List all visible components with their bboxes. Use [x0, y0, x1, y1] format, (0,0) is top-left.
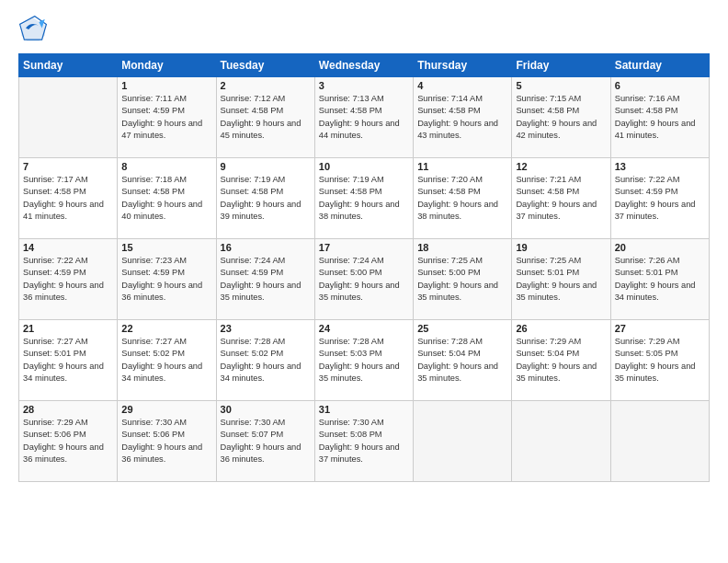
- day-cell: 21Sunrise: 7:27 AMSunset: 5:01 PMDayligh…: [19, 320, 118, 401]
- day-number: 16: [221, 242, 311, 253]
- day-number: 14: [23, 242, 113, 253]
- day-info: Sunrise: 7:19 AMSunset: 4:58 PMDaylight:…: [319, 174, 409, 224]
- day-number: 4: [417, 80, 507, 91]
- header-wednesday: Wednesday: [314, 54, 413, 77]
- day-number: 7: [23, 161, 113, 172]
- day-number: 3: [319, 80, 409, 91]
- day-cell: 6Sunrise: 7:16 AMSunset: 4:58 PMDaylight…: [610, 77, 709, 158]
- day-cell: 17Sunrise: 7:24 AMSunset: 5:00 PMDayligh…: [314, 239, 413, 320]
- day-info: Sunrise: 7:13 AMSunset: 4:58 PMDaylight:…: [319, 93, 409, 143]
- day-info: Sunrise: 7:25 AMSunset: 5:00 PMDaylight:…: [417, 255, 507, 304]
- day-number: 9: [221, 161, 311, 172]
- day-cell: [414, 401, 512, 482]
- day-number: 6: [615, 80, 705, 91]
- day-info: Sunrise: 7:21 AMSunset: 4:58 PMDaylight:…: [516, 174, 606, 224]
- day-cell: 13Sunrise: 7:22 AMSunset: 4:59 PMDayligh…: [610, 158, 709, 239]
- day-number: 26: [516, 323, 606, 334]
- day-info: Sunrise: 7:27 AMSunset: 5:02 PMDaylight:…: [121, 336, 211, 385]
- day-info: Sunrise: 7:19 AMSunset: 4:58 PMDaylight:…: [221, 174, 311, 224]
- day-number: 18: [417, 242, 507, 253]
- week-row-2: 7Sunrise: 7:17 AMSunset: 4:58 PMDaylight…: [19, 158, 710, 239]
- day-number: 17: [319, 242, 409, 253]
- day-number: 8: [121, 161, 211, 172]
- day-cell: 3Sunrise: 7:13 AMSunset: 4:58 PMDaylight…: [314, 77, 413, 158]
- day-info: Sunrise: 7:20 AMSunset: 4:58 PMDaylight:…: [417, 174, 507, 224]
- day-cell: 23Sunrise: 7:28 AMSunset: 5:02 PMDayligh…: [216, 320, 314, 401]
- week-row-3: 14Sunrise: 7:22 AMSunset: 4:59 PMDayligh…: [19, 239, 710, 320]
- day-cell: 26Sunrise: 7:29 AMSunset: 5:04 PMDayligh…: [512, 320, 610, 401]
- day-info: Sunrise: 7:15 AMSunset: 4:58 PMDaylight:…: [516, 93, 606, 143]
- day-number: 29: [121, 404, 211, 415]
- day-number: 22: [121, 323, 211, 334]
- day-cell: 1Sunrise: 7:11 AMSunset: 4:59 PMDaylight…: [118, 77, 216, 158]
- day-cell: 12Sunrise: 7:21 AMSunset: 4:58 PMDayligh…: [512, 158, 610, 239]
- day-cell: 30Sunrise: 7:30 AMSunset: 5:07 PMDayligh…: [216, 401, 314, 482]
- day-info: Sunrise: 7:18 AMSunset: 4:58 PMDaylight:…: [121, 174, 211, 224]
- day-cell: 4Sunrise: 7:14 AMSunset: 4:58 PMDaylight…: [414, 77, 512, 158]
- day-cell: 10Sunrise: 7:19 AMSunset: 4:58 PMDayligh…: [314, 158, 413, 239]
- day-info: Sunrise: 7:22 AMSunset: 4:59 PMDaylight:…: [23, 255, 113, 304]
- day-info: Sunrise: 7:30 AMSunset: 5:08 PMDaylight:…: [319, 417, 409, 466]
- day-number: 27: [615, 323, 705, 334]
- day-cell: 2Sunrise: 7:12 AMSunset: 4:58 PMDaylight…: [216, 77, 314, 158]
- day-number: 10: [319, 161, 409, 172]
- day-cell: 29Sunrise: 7:30 AMSunset: 5:06 PMDayligh…: [118, 401, 216, 482]
- day-cell: 15Sunrise: 7:23 AMSunset: 4:59 PMDayligh…: [118, 239, 216, 320]
- day-number: 2: [221, 80, 311, 91]
- day-number: 25: [417, 323, 507, 334]
- day-info: Sunrise: 7:27 AMSunset: 5:01 PMDaylight:…: [23, 336, 113, 385]
- day-cell: 25Sunrise: 7:28 AMSunset: 5:04 PMDayligh…: [414, 320, 512, 401]
- day-cell: 31Sunrise: 7:30 AMSunset: 5:08 PMDayligh…: [314, 401, 413, 482]
- day-number: 20: [615, 242, 705, 253]
- day-number: 13: [615, 161, 705, 172]
- day-cell: 9Sunrise: 7:19 AMSunset: 4:58 PMDaylight…: [216, 158, 314, 239]
- header-tuesday: Tuesday: [216, 54, 314, 77]
- header-friday: Friday: [512, 54, 610, 77]
- week-row-1: 1Sunrise: 7:11 AMSunset: 4:59 PMDaylight…: [19, 77, 710, 158]
- day-info: Sunrise: 7:29 AMSunset: 5:06 PMDaylight:…: [23, 417, 113, 466]
- header-sunday: Sunday: [19, 54, 118, 77]
- day-info: Sunrise: 7:17 AMSunset: 4:58 PMDaylight:…: [23, 174, 113, 224]
- day-info: Sunrise: 7:22 AMSunset: 4:59 PMDaylight:…: [615, 174, 705, 224]
- day-cell: 19Sunrise: 7:25 AMSunset: 5:01 PMDayligh…: [512, 239, 610, 320]
- logo-icon: [18, 15, 48, 44]
- header-thursday: Thursday: [414, 54, 512, 77]
- day-info: Sunrise: 7:28 AMSunset: 5:04 PMDaylight:…: [417, 336, 507, 385]
- day-info: Sunrise: 7:14 AMSunset: 4:58 PMDaylight:…: [417, 93, 507, 143]
- page: SundayMondayTuesdayWednesdayThursdayFrid…: [0, 0, 728, 563]
- day-cell: 22Sunrise: 7:27 AMSunset: 5:02 PMDayligh…: [118, 320, 216, 401]
- week-row-4: 21Sunrise: 7:27 AMSunset: 5:01 PMDayligh…: [19, 320, 710, 401]
- day-info: Sunrise: 7:25 AMSunset: 5:01 PMDaylight:…: [516, 255, 606, 304]
- day-number: 21: [23, 323, 113, 334]
- week-row-5: 28Sunrise: 7:29 AMSunset: 5:06 PMDayligh…: [19, 401, 710, 482]
- calendar-table: SundayMondayTuesdayWednesdayThursdayFrid…: [18, 53, 710, 482]
- day-cell: 18Sunrise: 7:25 AMSunset: 5:00 PMDayligh…: [414, 239, 512, 320]
- day-cell: [512, 401, 610, 482]
- day-info: Sunrise: 7:11 AMSunset: 4:59 PMDaylight:…: [121, 93, 211, 143]
- header: [18, 15, 710, 44]
- day-info: Sunrise: 7:30 AMSunset: 5:07 PMDaylight:…: [221, 417, 311, 466]
- day-info: Sunrise: 7:26 AMSunset: 5:01 PMDaylight:…: [615, 255, 705, 304]
- day-cell: 11Sunrise: 7:20 AMSunset: 4:58 PMDayligh…: [414, 158, 512, 239]
- day-info: Sunrise: 7:24 AMSunset: 5:00 PMDaylight:…: [319, 255, 409, 304]
- header-saturday: Saturday: [610, 54, 709, 77]
- day-cell: 28Sunrise: 7:29 AMSunset: 5:06 PMDayligh…: [19, 401, 118, 482]
- day-info: Sunrise: 7:29 AMSunset: 5:04 PMDaylight:…: [516, 336, 606, 385]
- day-info: Sunrise: 7:23 AMSunset: 4:59 PMDaylight:…: [121, 255, 211, 304]
- day-cell: 24Sunrise: 7:28 AMSunset: 5:03 PMDayligh…: [314, 320, 413, 401]
- header-monday: Monday: [118, 54, 216, 77]
- day-cell: 8Sunrise: 7:18 AMSunset: 4:58 PMDaylight…: [118, 158, 216, 239]
- day-cell: [19, 77, 118, 158]
- day-info: Sunrise: 7:30 AMSunset: 5:06 PMDaylight:…: [121, 417, 211, 466]
- logo: [18, 15, 51, 44]
- day-number: 19: [516, 242, 606, 253]
- day-number: 30: [221, 404, 311, 415]
- day-info: Sunrise: 7:12 AMSunset: 4:58 PMDaylight:…: [221, 93, 311, 143]
- day-info: Sunrise: 7:24 AMSunset: 4:59 PMDaylight:…: [221, 255, 311, 304]
- day-info: Sunrise: 7:28 AMSunset: 5:03 PMDaylight:…: [319, 336, 409, 385]
- day-number: 1: [121, 80, 211, 91]
- day-info: Sunrise: 7:28 AMSunset: 5:02 PMDaylight:…: [221, 336, 311, 385]
- day-cell: 7Sunrise: 7:17 AMSunset: 4:58 PMDaylight…: [19, 158, 118, 239]
- day-cell: 5Sunrise: 7:15 AMSunset: 4:58 PMDaylight…: [512, 77, 610, 158]
- day-number: 15: [121, 242, 211, 253]
